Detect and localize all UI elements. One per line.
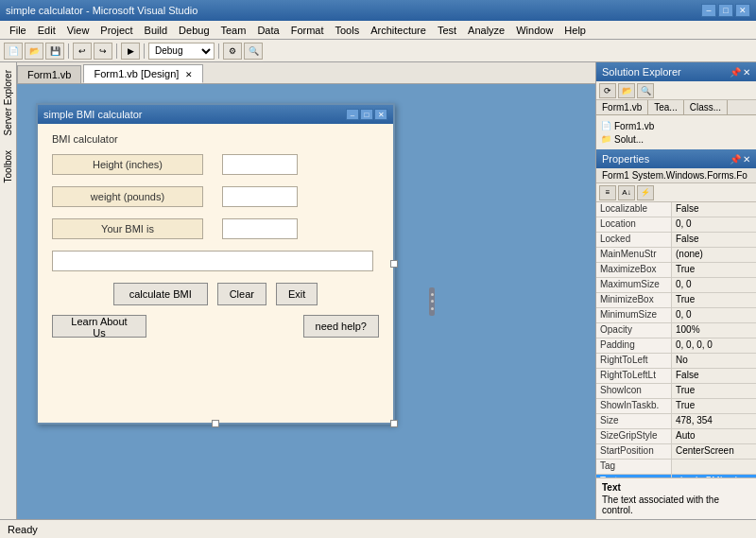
form-maximize-btn[interactable]: □ <box>360 109 373 120</box>
form-close-btn[interactable]: ✕ <box>374 109 387 120</box>
properties-close-icon[interactable]: ✕ <box>743 154 750 165</box>
properties-pin-icon[interactable]: 📌 <box>730 154 741 165</box>
toolbar-redo[interactable]: ↪ <box>94 43 112 60</box>
prop-sort-alpha[interactable]: A↓ <box>618 185 635 200</box>
form-title-controls: – □ ✕ <box>346 109 387 120</box>
menu-analyze[interactable]: Analyze <box>462 23 510 38</box>
toolbar-extra-1[interactable]: ⚙ <box>223 43 242 60</box>
prop-name-cell: RightToLeft <box>596 354 672 368</box>
minimize-button[interactable]: – <box>701 4 716 17</box>
menu-tools[interactable]: Tools <box>330 23 366 38</box>
menu-data[interactable]: Data <box>251 23 284 38</box>
exit-button[interactable]: Exit <box>276 283 318 305</box>
menu-format[interactable]: Format <box>285 23 330 38</box>
bmi-input[interactable] <box>222 218 298 239</box>
solution-tab-tea[interactable]: Tea... <box>648 100 683 114</box>
prop-value-cell: 100% <box>672 323 756 338</box>
maximize-button[interactable]: □ <box>718 4 733 17</box>
pin-icon[interactable]: 📌 <box>730 67 741 78</box>
se-toolbar-btn-2[interactable]: 📂 <box>618 83 635 98</box>
prop-row[interactable]: MaximumSize0, 0 <box>596 278 756 293</box>
tab-form1-vb[interactable]: Form1.vb <box>17 65 81 83</box>
prop-row[interactable]: MinimumSize0, 0 <box>596 308 756 323</box>
prop-name-cell: ShowInTaskb. <box>596 399 672 413</box>
main-buttons-row: calculate BMI Clear Exit <box>52 283 379 305</box>
menu-debug[interactable]: Debug <box>173 23 215 38</box>
prop-row[interactable]: MaximizeBoxTrue <box>596 263 756 278</box>
tab-form1-design[interactable]: Form1.vb [Design] ✕ <box>83 64 203 83</box>
toolbar-separator-4 <box>218 43 219 59</box>
menu-architecture[interactable]: Architecture <box>365 23 432 38</box>
prop-row[interactable]: RightToLeftLtFalse <box>596 369 756 384</box>
prop-row[interactable]: RightToLeftNo <box>596 354 756 369</box>
prop-events-btn[interactable]: ⚡ <box>637 185 654 200</box>
form-minimize-btn[interactable]: – <box>346 109 359 120</box>
status-text: Ready <box>8 524 38 535</box>
prop-name-cell: MinimumSize <box>596 308 672 322</box>
height-input[interactable] <box>222 154 298 175</box>
properties-panel: Properties 📌 ✕ Form1 System.Windows.Form… <box>596 149 756 519</box>
prop-row[interactable]: MainMenuStr(none) <box>596 248 756 263</box>
menu-test[interactable]: Test <box>432 23 462 38</box>
prop-sort-category[interactable]: ≡ <box>599 185 616 200</box>
prop-row[interactable]: Location0, 0 <box>596 217 756 233</box>
tree-item-form1[interactable]: 📄 Form1.vb <box>600 119 752 132</box>
title-bar: simple calculator - Microsoft Visual Stu… <box>0 0 756 21</box>
prop-row[interactable]: Tag <box>596 460 756 475</box>
close-panel-icon[interactable]: ✕ <box>743 67 750 78</box>
prop-row[interactable]: MinimizeBoxTrue <box>596 293 756 308</box>
properties-header: Properties 📌 ✕ <box>596 149 756 168</box>
solution-explorer-controls: 📌 ✕ <box>730 67 750 78</box>
resize-handle-bottom[interactable] <box>212 420 219 427</box>
menu-edit[interactable]: Edit <box>32 23 61 38</box>
menu-help[interactable]: Help <box>558 23 592 38</box>
tree-item-solution[interactable]: 📁 Solut... <box>600 132 752 146</box>
toolbar-save[interactable]: 💾 <box>45 43 64 60</box>
prop-value-cell: 0, 0 <box>672 308 756 322</box>
prop-row[interactable]: ShowIconTrue <box>596 384 756 399</box>
toolbar-run[interactable]: ▶ <box>121 43 140 60</box>
resize-handle-right[interactable] <box>390 260 398 268</box>
toolbar-separator-3 <box>144 43 145 59</box>
toolbar-open[interactable]: 📂 <box>25 43 43 60</box>
toolbox-tab[interactable]: Toolbox <box>1 143 15 190</box>
resize-handle-bottomright[interactable] <box>390 420 398 427</box>
menu-project[interactable]: Project <box>94 23 138 38</box>
close-button[interactable]: ✕ <box>735 4 750 17</box>
extra-input[interactable] <box>52 251 373 271</box>
calculate-bmi-button[interactable]: calculate BMI <box>113 283 208 305</box>
toolbar-undo[interactable]: ↩ <box>73 43 92 60</box>
server-explorer-tab[interactable]: Server Explorer <box>1 62 15 143</box>
prop-row[interactable]: Padding0, 0, 0, 0 <box>596 338 756 354</box>
need-help-button[interactable]: need help? <box>303 315 379 338</box>
prop-name-cell: Tag <box>596 460 672 474</box>
learn-about-us-button[interactable]: Learn About Us <box>52 315 146 338</box>
splitter-handle[interactable] <box>429 287 435 316</box>
se-toolbar-btn-1[interactable]: ⟳ <box>599 83 616 98</box>
prop-row[interactable]: Size478, 354 <box>596 414 756 429</box>
prop-row[interactable]: Opacity100% <box>596 323 756 338</box>
menu-build[interactable]: Build <box>139 23 173 38</box>
prop-row[interactable]: LockedFalse <box>596 233 756 248</box>
prop-row[interactable]: StartPositionCenterScreen <box>596 444 756 460</box>
se-toolbar-btn-3[interactable]: 🔍 <box>637 83 654 98</box>
menu-view[interactable]: View <box>61 23 95 38</box>
prop-name-cell: Padding <box>596 338 672 353</box>
debug-mode-select[interactable]: Debug Release <box>148 43 215 60</box>
prop-value-cell: 0, 0 <box>672 278 756 292</box>
clear-button[interactable]: Clear <box>217 283 266 305</box>
toolbar-extra-2[interactable]: 🔍 <box>244 43 263 60</box>
menu-window[interactable]: Window <box>510 23 558 38</box>
solution-tree: 📄 Form1.vb 📁 Solut... <box>596 115 756 149</box>
tab-close-icon[interactable]: ✕ <box>185 70 193 79</box>
prop-row[interactable]: ShowInTaskb.True <box>596 399 756 414</box>
toolbar-new[interactable]: 📄 <box>4 43 23 60</box>
prop-row[interactable]: SizeGripStyleAuto <box>596 429 756 444</box>
solution-tab-class[interactable]: Class... <box>684 100 728 114</box>
solution-tab-form1[interactable]: Form1.vb <box>596 100 648 114</box>
weight-input[interactable] <box>222 186 298 207</box>
menu-file[interactable]: File <box>4 23 32 38</box>
menu-team[interactable]: Team <box>215 23 252 38</box>
prop-name-cell: MaximumSize <box>596 278 672 292</box>
prop-row[interactable]: LocalizableFalse <box>596 202 756 217</box>
